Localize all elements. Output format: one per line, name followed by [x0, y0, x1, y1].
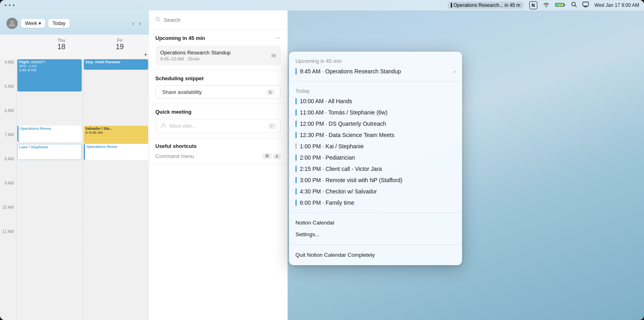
- day-fri-header: Fri 19 +: [91, 38, 149, 58]
- share-kbd: S: [266, 89, 274, 95]
- dropdown-upcoming-label: Upcoming in 45 min: [289, 56, 462, 66]
- quick-meeting-section: Quick meeting Meet with... F: [149, 104, 287, 138]
- dropdown-event-text: 11:00 AM · Tomás / Stephanie (6w): [300, 109, 456, 116]
- dropdown-event-item[interactable]: 12:00 PM · DS Quarterly Outreach: [289, 118, 462, 129]
- quick-panel: Upcoming in 45 min → Operations Research…: [149, 10, 288, 320]
- calendar-header: Week ▾ Today ‹ ›: [0, 10, 149, 35]
- settings-item[interactable]: Settings...: [289, 229, 462, 240]
- shortcut-name: Command menu: [155, 153, 194, 159]
- event-bar: [295, 132, 297, 138]
- dropdown-event-text: 6:00 PM · Family time: [300, 199, 456, 206]
- search-icon-panel: [155, 16, 161, 23]
- meet-input-left: Meet with...: [161, 123, 196, 129]
- event-bar: [295, 143, 297, 150]
- day-thu-header: Thu 18: [32, 38, 91, 58]
- dropdown-event-item[interactable]: 11:00 AM · Tomás / Stephanie (6w): [289, 107, 462, 118]
- dropdown-upcoming-event-text: 9:45 AM · Operations Research Standup: [300, 68, 450, 75]
- shortcuts-title: Useful shortcuts: [155, 143, 197, 149]
- prev-button[interactable]: ‹: [131, 19, 136, 27]
- dropdown-event-item[interactable]: 2:00 PM · Pediatrician: [289, 152, 462, 163]
- operations-event-thu[interactable]: Operations Resea: [17, 126, 82, 142]
- scheduling-section: Scheduling snippet Share availability S: [149, 71, 287, 104]
- fri-column: Stay: Hotel Panamer Salvador / Ste... 9–…: [83, 59, 149, 320]
- dropdown-event-item[interactable]: 6:00 PM · Family time: [289, 197, 462, 208]
- svg-rect-6: [583, 2, 588, 6]
- dropdown-event-item[interactable]: 1:00 PM · Kai / Stephanie: [289, 141, 462, 152]
- quick-meeting-title: Quick meeting: [155, 109, 192, 115]
- menubar-pill[interactable]: Operations Research... in 45 m: [448, 2, 524, 9]
- dropdown-upcoming-event[interactable]: 9:45 AM · Operations Research Standup ›: [289, 66, 462, 77]
- wifi-icon: [543, 2, 549, 9]
- upcoming-event-name: Operations Research Standup: [160, 50, 231, 56]
- shortcut-keys: ⌘ K: [262, 153, 281, 159]
- operations-event-fri[interactable]: Operations Resea: [84, 144, 148, 160]
- dropdown-quit-section: Quit Notion Calendar Completely: [289, 245, 462, 265]
- dropdown-event-item[interactable]: 4:30 PM · Checkin w/ Salvador: [289, 186, 462, 197]
- shortcuts-section: Useful shortcuts Command menu ⌘ K: [149, 138, 287, 164]
- command-menu-shortcut: Command menu ⌘ K: [155, 153, 281, 159]
- dropdown-event-text: 12:30 PM · Data Science Team Meets: [300, 132, 456, 138]
- quit-item[interactable]: Quit Notion Calendar Completely: [289, 249, 462, 261]
- dropdown-event-text: 3:00 PM · Remote visit with NP (Stafford…: [300, 177, 456, 183]
- search-input[interactable]: [164, 17, 281, 23]
- today-button[interactable]: Today: [48, 19, 69, 28]
- menubar-dots: [5, 4, 14, 6]
- dropdown-event-item[interactable]: 2:15 PM · Client call - Victor Jara: [289, 163, 462, 175]
- dropdown-app-section: Notion Calendar Settings...: [289, 213, 462, 244]
- meet-with-input[interactable]: Meet with... F: [155, 119, 281, 133]
- next-button[interactable]: ›: [137, 19, 142, 27]
- hotel-event[interactable]: Stay: Hotel Panamer: [84, 59, 148, 70]
- upcoming-title: Upcoming in 45 min: [155, 35, 205, 41]
- shortcuts-header: Useful shortcuts: [155, 143, 281, 149]
- screen-icon: [582, 2, 589, 9]
- event-bar: [295, 177, 297, 183]
- dropdown-event-item[interactable]: 10:00 AM · All Hands: [289, 96, 462, 107]
- svg-line-11: [159, 20, 161, 22]
- upcoming-section: Upcoming in 45 min → Operations Research…: [149, 29, 287, 71]
- chevron-down-icon: ▾: [39, 21, 41, 26]
- dropdown-event-text: 2:00 PM · Pediatrician: [300, 154, 456, 161]
- event-bar: [295, 154, 297, 161]
- email-icon: ✉: [271, 52, 276, 59]
- user-avatar[interactable]: [6, 18, 18, 29]
- calendar-grid: Thu 18 Fri 19 + 4 AM 5 AM 6 AM 7 AM 8 AM…: [0, 35, 149, 320]
- notion-calendar-item[interactable]: Notion Calendar: [289, 217, 462, 229]
- svg-line-5: [575, 6, 576, 7]
- search-icon[interactable]: [571, 2, 577, 9]
- datetime: Wed Jan 17 9:00 AM: [594, 2, 639, 8]
- menubar-pill-text: Operations Research... in 45 m: [454, 2, 520, 8]
- k-key: K: [273, 154, 281, 159]
- svg-rect-1: [564, 4, 565, 6]
- salvador-event[interactable]: Salvador / Ste... 9–9:45 AM: [84, 126, 148, 144]
- meet-kbd: F: [268, 123, 276, 129]
- time-column: 4 AM 5 AM 6 AM 7 AM 8 AM 9 AM 10 AM 11 A…: [0, 59, 16, 320]
- event-bar: [295, 166, 297, 172]
- event-bar: [295, 199, 297, 206]
- dropdown-menu: Upcoming in 45 min 9:45 AM · Operations …: [289, 52, 462, 265]
- dropdown-event-text: 1:00 PM · Kai / Stephanie: [300, 143, 456, 150]
- menubar: Operations Research... in 45 m N: [0, 0, 644, 10]
- flight-event[interactable]: Flight: ACCU7 / SFO→LAX 4:30–8 AM: [17, 59, 82, 91]
- desktop: Operations Research... in 45 m N: [0, 0, 644, 320]
- scheduling-title: Scheduling snippet: [155, 75, 204, 81]
- event-bar: [295, 98, 297, 104]
- dropdown-event-text: 10:00 AM · All Hands: [300, 98, 456, 104]
- calendar-window: Week ▾ Today ‹ › Thu 18 Fri 19: [0, 10, 149, 320]
- battery-icon: ⚡: [555, 2, 566, 9]
- upcoming-event-time: 9:45–10 AM 15min: [160, 56, 231, 61]
- week-view-button[interactable]: Week ▾: [21, 19, 45, 28]
- share-availability-button[interactable]: Share availability S: [155, 85, 281, 99]
- notion-n-icon[interactable]: N: [529, 1, 537, 9]
- liam-event[interactable]: Liam / Stephanie: [17, 144, 82, 160]
- dropdown-event-item[interactable]: 12:30 PM · Data Science Team Meets: [289, 129, 462, 141]
- cmd-key: ⌘: [262, 153, 272, 159]
- dropdown-event-item[interactable]: 3:00 PM · Remote visit with NP (Stafford…: [289, 175, 462, 186]
- upcoming-arrow: →: [275, 34, 281, 42]
- quick-meeting-header: Quick meeting: [155, 109, 281, 115]
- upcoming-event-card[interactable]: Operations Research Standup 9:45–10 AM 1…: [155, 46, 281, 65]
- event-bar: [295, 121, 297, 127]
- scheduling-header: Scheduling snippet: [155, 75, 281, 81]
- dropdown-event-text: 4:30 PM · Checkin w/ Salvador: [300, 188, 456, 195]
- nav-arrows: ‹ ›: [131, 19, 142, 27]
- event-bar: [295, 188, 297, 195]
